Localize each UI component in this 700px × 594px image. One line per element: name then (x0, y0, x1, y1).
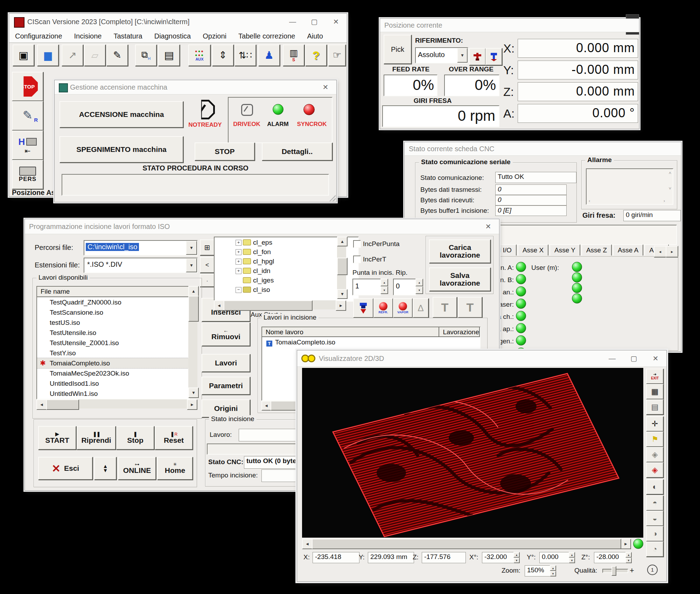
tab-scroll-left-icon[interactable]: ◂ (654, 246, 666, 258)
zoom-spin[interactable]: ▴▾ (550, 565, 556, 576)
menu-aiuto[interactable]: Aiuto (301, 32, 329, 40)
viewer-mesh-grey-button[interactable]: ◈ (646, 447, 664, 462)
file-list-hscroll[interactable]: ◄ ► (36, 399, 197, 408)
rip-spinner[interactable]: 0 (393, 279, 416, 295)
menu-diagnostica[interactable]: Diagnostica (148, 32, 197, 40)
expand-icon[interactable]: + (236, 249, 241, 255)
list-item-selected[interactable]: ✱TomaiaCompleto.iso (37, 358, 189, 368)
viewer-mesh-red-button[interactable]: ◈ (646, 462, 664, 478)
save-button[interactable]: ▣ (13, 44, 34, 66)
spegnimento-button[interactable]: SPEGNIMENTO macchina (59, 136, 183, 163)
viewer-hscroll[interactable]: ◄ ► (302, 539, 631, 548)
tab-scroll-right-icon[interactable]: ▸ (666, 246, 678, 258)
list-item[interactable]: TestScansione.iso (37, 307, 189, 317)
aux-io-button[interactable]: ●●●●●● AUX (188, 44, 211, 66)
xr-spin[interactable]: ▴▾ (513, 552, 520, 563)
machine-button[interactable]: ▆ (37, 44, 59, 66)
cnc-serial-button[interactable]: ▥S (283, 44, 304, 66)
viewer-pan-button[interactable]: ✛ (646, 416, 664, 432)
axes-button[interactable]: ↗ (62, 44, 83, 66)
close-icon[interactable]: ✕ (645, 354, 666, 363)
viewer-save-button[interactable]: ▦ (646, 384, 664, 399)
tab-asse-z[interactable]: Asse Z (581, 244, 612, 256)
riprendi-button[interactable]: ❚❚Riprendi (77, 426, 116, 450)
chevron-down-icon[interactable]: ▼ (186, 241, 197, 255)
scroll-up-icon[interactable]: ▲ (337, 237, 348, 246)
chevron-down-icon[interactable]: ▼ (457, 48, 468, 63)
tab-asse-x[interactable]: Asse X (518, 244, 548, 256)
file-list[interactable]: File name TestQuadrif_ZN0000.iso TestSca… (36, 286, 190, 399)
accensione-button[interactable]: ACCENSIONE macchina (59, 101, 183, 128)
tree-vscroll[interactable]: ▲ ▼ (337, 237, 346, 299)
job-col-nome[interactable]: Nome lavoro (262, 327, 439, 337)
spin-down-icon[interactable]: ▾ (380, 286, 388, 294)
viewer-rotate-y-button[interactable]: ◒ (646, 511, 664, 526)
scroll-right-icon[interactable]: ► (336, 300, 346, 311)
reset-pen-button[interactable]: ✎ R (12, 101, 43, 131)
stop-sidebar-button[interactable]: STOP (12, 72, 43, 101)
maximize-icon[interactable]: ▢ (303, 18, 325, 26)
scroll-left-icon[interactable]: ‹ (589, 198, 590, 203)
scroll-thumb[interactable] (312, 539, 621, 549)
tree-hscroll[interactable]: ◄ ► (214, 300, 346, 309)
list-item[interactable]: UntitledIsod1.iso (37, 378, 189, 389)
scroll-thumb[interactable] (337, 258, 348, 275)
scroll-up-icon[interactable]: ˄ (668, 170, 671, 176)
tool-blue-button[interactable] (485, 48, 502, 65)
menu-tastatura[interactable]: Tastatura (107, 32, 148, 40)
scroll-left-icon[interactable]: ◄ (214, 300, 224, 311)
online-button[interactable]: ⊶ONLINE (118, 457, 156, 480)
dot-button[interactable]: · (200, 274, 215, 287)
list-item[interactable]: TestQuadrif_ZN0000.iso (37, 297, 189, 307)
esci-button[interactable]: ✕Esci (38, 457, 93, 480)
tab-asse-a[interactable]: Asse A (613, 244, 643, 256)
scroll-thumb[interactable] (46, 399, 79, 410)
spin-up-icon[interactable]: ▴ (380, 279, 388, 286)
tool-t1-button[interactable]: T (433, 297, 457, 318)
viewer-canvas[interactable] (302, 368, 643, 538)
job-col-lavorazione[interactable]: Lavorazione (439, 327, 480, 337)
probe-edit-button[interactable]: ✎ (106, 44, 128, 66)
scroll-thumb[interactable] (224, 300, 313, 311)
jog-arrows-button[interactable]: ▲▼ (94, 457, 117, 480)
expand-icon[interactable]: + (236, 268, 241, 274)
scroll-down-icon[interactable]: ˅ (668, 186, 671, 191)
page-badge[interactable]: 1 (647, 565, 658, 575)
punta-spin-buttons[interactable]: ▴▾ (380, 279, 388, 294)
file-list-vscroll[interactable]: ▲ ▼ (188, 286, 197, 398)
stop-transport-button[interactable]: ❚Stop (116, 426, 154, 450)
collapse-icon[interactable]: − (236, 287, 241, 293)
scroll-right-icon[interactable]: ► (621, 539, 631, 549)
pick-button[interactable]: Pick (384, 35, 412, 64)
vapor-button[interactable]: VAPOR (393, 298, 413, 318)
scroll-up-icon[interactable]: ▲ (188, 286, 199, 296)
pointer-button[interactable]: ∆ (413, 298, 429, 318)
archive-button[interactable]: ▤ (158, 44, 180, 66)
menu-tabelle-correzione[interactable]: Tabelle correzione (232, 32, 301, 40)
percorsi-combo[interactable]: C:\inciwin\cl_iso ▼ (84, 240, 198, 256)
collapse-button[interactable]: < (200, 257, 215, 273)
dettagli-button[interactable]: Dettagli.. (262, 142, 332, 161)
yr-spin[interactable]: ▴▾ (569, 552, 575, 563)
zr-spin[interactable]: ▴▾ (625, 552, 632, 563)
minimize-icon[interactable]: — (601, 355, 623, 363)
list-item[interactable]: testUS.iso (37, 317, 189, 328)
resize-grip[interactable] (328, 194, 336, 201)
scroll-left-icon[interactable]: ◄ (261, 401, 271, 411)
expand-icon[interactable]: + (236, 259, 241, 265)
browse-tree-button[interactable]: ⊞ (200, 239, 215, 256)
plus-icon[interactable]: + (630, 566, 634, 575)
reset-button[interactable]: ❚RReset (155, 426, 193, 450)
riferimento-combo[interactable]: Assoluto ▼ (415, 47, 468, 63)
list-item[interactable]: TestUtensile.iso (37, 328, 189, 338)
close-icon[interactable]: ✕ (477, 222, 499, 231)
viewer-rotate-free-button[interactable]: ◔ (646, 541, 664, 557)
chevron-down-icon[interactable]: ▼ (186, 258, 197, 272)
close-icon[interactable]: ✕ (315, 83, 336, 91)
viewer-rotate-z-button[interactable]: ◑ (646, 526, 664, 541)
help-button[interactable]: ? (305, 44, 327, 66)
menu-incisione[interactable]: Incisione (68, 32, 108, 40)
incpert-checkbox[interactable] (353, 256, 361, 263)
viewer-rotate-x-button[interactable]: ◓ (646, 495, 664, 511)
exit-button[interactable]: ➔EXIT (646, 369, 664, 384)
